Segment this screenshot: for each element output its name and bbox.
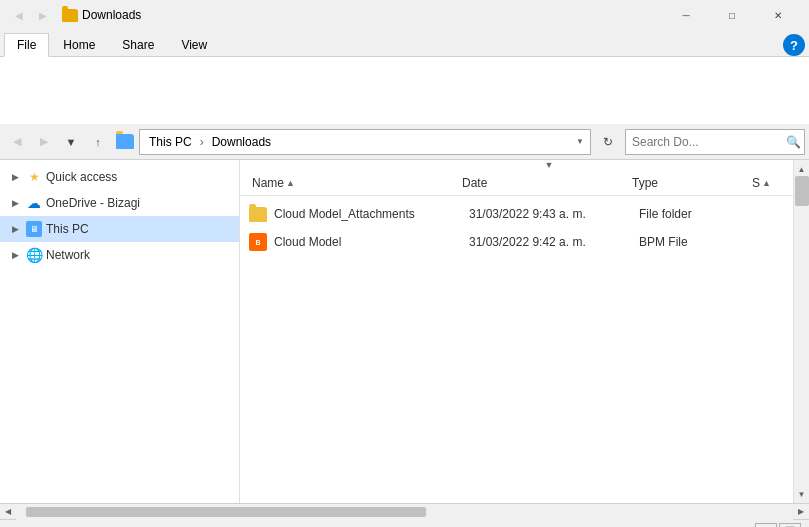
ribbon-tabs: File Home Share View [0,30,809,56]
title-nav-group: ◀ ▶ [8,4,54,26]
tab-file[interactable]: File [4,33,49,57]
h-scroll-thumb[interactable] [26,507,426,517]
maximize-button[interactable]: □ [709,0,755,30]
quick-access-icon: ★ [26,169,42,185]
name-sort-icon: ▲ [286,178,295,188]
network-label: Network [46,248,90,262]
tab-share[interactable]: Share [109,33,167,56]
up-button[interactable]: ↑ [85,129,111,155]
dropdown-recent-button[interactable]: ▼ [58,129,84,155]
sidebar-item-this-pc[interactable]: ▶ 🖥 This PC [0,216,239,242]
vertical-scrollbar[interactable]: ▲ ▼ [793,160,809,503]
status-bar: 47 items ⊞ ☰ [0,519,809,527]
onedrive-label: OneDrive - Bizagi [46,196,140,210]
col-header-date[interactable]: Date [458,174,628,192]
minimize-button[interactable]: ─ [663,0,709,30]
address-folder-icon [115,132,135,152]
onedrive-icon: ☁ [26,195,42,211]
main-area: ▶ ★ Quick access ▶ ☁ OneDrive - Bizagi ▶… [0,160,809,503]
content-area: ▼ Name ▲ Date Type S ▲ [240,160,793,503]
back-button[interactable]: ◀ [4,129,30,155]
address-dropdown-icon[interactable]: ▼ [576,137,584,146]
quick-access-label: Quick access [46,170,117,184]
network-icon: 🌐 [26,247,42,263]
path-downloads[interactable]: Downloads [209,133,274,151]
sidebar-item-quick-access[interactable]: ▶ ★ Quick access [0,164,239,190]
col-header-type[interactable]: Type [628,174,748,192]
list-view-button[interactable]: ☰ [779,523,801,528]
title-folder-icon [62,7,78,23]
sidebar-item-network[interactable]: ▶ 🌐 Network [0,242,239,268]
address-bar: ◀ ▶ ▼ ↑ This PC › Downloads ▼ ↻ 🔍 [0,124,809,160]
help-button[interactable]: ? [783,34,805,56]
tab-view[interactable]: View [168,33,220,56]
scroll-left-button[interactable]: ◀ [0,504,16,520]
expand-network-icon: ▶ [8,248,22,262]
expand-this-pc-icon: ▶ [8,222,22,236]
search-icon[interactable]: 🔍 [786,135,801,149]
date-sort-chevron: ▼ [545,160,554,170]
title-bar: ◀ ▶ Downloads ─ □ ✕ [0,0,809,30]
h-scroll-track[interactable] [16,504,793,520]
size-sort-icon: ▲ [762,178,771,188]
bpm-file-icon: B [248,232,268,252]
file-date-1: 31/03/2022 9:43 a. m. [469,207,639,221]
file-name-1: Cloud Model_Attachments [274,207,469,221]
ribbon: File Home Share View [0,30,809,124]
sort-indicator-row: ▼ [240,160,793,170]
scroll-up-button[interactable]: ▲ [795,162,809,176]
refresh-button[interactable]: ↻ [595,129,621,155]
col-header-size[interactable]: S ▲ [748,174,785,192]
ribbon-content [0,56,809,124]
file-item-cloud-model[interactable]: B Cloud Model 31/03/2022 9:42 a. m. BPM … [240,228,793,256]
nav-arrows: ◀ ▶ ▼ ↑ [4,129,111,155]
sidebar: ▶ ★ Quick access ▶ ☁ OneDrive - Bizagi ▶… [0,160,240,503]
expand-onedrive-icon: ▶ [8,196,22,210]
file-date-2: 31/03/2022 9:42 a. m. [469,235,639,249]
forward-button[interactable]: ▶ [31,129,57,155]
window-title: Downloads [82,8,141,22]
horizontal-scrollbar[interactable]: ◀ ▶ [0,503,809,519]
scroll-thumb[interactable] [795,176,809,206]
scroll-track[interactable] [795,176,809,487]
sidebar-item-onedrive[interactable]: ▶ ☁ OneDrive - Bizagi [0,190,239,216]
quick-access-forward-btn[interactable]: ▶ [32,4,54,26]
search-input[interactable] [632,135,782,149]
file-item-cloud-model-attachments[interactable]: Cloud Model_Attachments 31/03/2022 9:43 … [240,200,793,228]
close-button[interactable]: ✕ [755,0,801,30]
col-header-name[interactable]: Name ▲ [248,174,458,192]
this-pc-icon: 🖥 [26,221,42,237]
column-headers: Name ▲ Date Type S ▲ [240,170,793,196]
search-box[interactable]: 🔍 [625,129,805,155]
quick-access-back-btn[interactable]: ◀ [8,4,30,26]
folder-icon [248,204,268,224]
tab-home[interactable]: Home [50,33,108,56]
ribbon-area: File Home Share View ? [0,30,809,124]
path-this-pc[interactable]: This PC [146,133,195,151]
grid-view-button[interactable]: ⊞ [755,523,777,528]
view-toggle-group: ⊞ ☰ [755,523,801,528]
scroll-down-button[interactable]: ▼ [795,487,809,501]
file-type-1: File folder [639,207,759,221]
this-pc-label: This PC [46,222,89,236]
expand-quick-access-icon: ▶ [8,170,22,184]
file-type-2: BPM File [639,235,759,249]
scroll-right-button[interactable]: ▶ [793,504,809,520]
file-name-2: Cloud Model [274,235,469,249]
file-list: Cloud Model_Attachments 31/03/2022 9:43 … [240,196,793,503]
address-path[interactable]: This PC › Downloads ▼ [139,129,591,155]
window-controls: ─ □ ✕ [663,0,801,30]
